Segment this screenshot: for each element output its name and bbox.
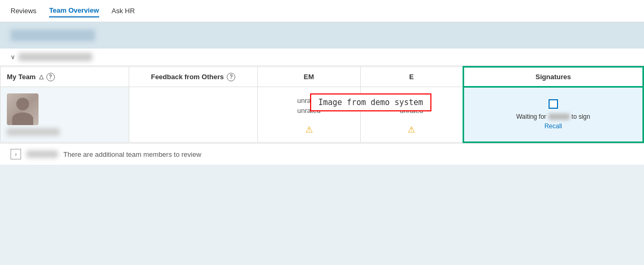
col-e-label: E xyxy=(409,73,414,81)
col-signatures-label: Signatures xyxy=(535,73,571,81)
col-header-my-team: My Team △ ? xyxy=(1,67,129,87)
col-header-em: EM xyxy=(257,67,360,87)
footer-additional-text: There are additional team members to rev… xyxy=(63,150,201,158)
sub-header: ∨ xyxy=(0,49,644,66)
signatures-cell: Waiting for to sign Recall xyxy=(463,87,643,143)
footer-name-blurred xyxy=(26,150,58,158)
em-value-1: unrated xyxy=(264,97,354,105)
sort-icon[interactable]: △ xyxy=(39,73,43,80)
feedback-cell xyxy=(129,87,257,143)
nav-ask-hr[interactable]: Ask HR xyxy=(112,5,135,17)
my-team-cell xyxy=(1,87,129,143)
e-value-1: unrated xyxy=(367,97,456,105)
page-header xyxy=(0,22,644,49)
col-em-label: EM xyxy=(304,73,314,81)
avatar xyxy=(7,93,39,125)
chevron-down-icon[interactable]: ∨ xyxy=(11,53,15,61)
em-value-2: unrated xyxy=(264,107,354,115)
recall-link[interactable]: Recall xyxy=(544,122,562,130)
table-row: unrated unrated ⚠ unrated unrated ⚠ xyxy=(1,87,643,143)
signatures-content: Waiting for to sign Recall xyxy=(470,94,636,135)
top-navigation: Reviews Team Overview Ask HR xyxy=(0,0,644,22)
avatar-image xyxy=(7,93,39,125)
em-cell: unrated unrated ⚠ xyxy=(257,87,360,143)
e-warning-icon: ⚠ xyxy=(408,125,415,134)
e-value-2: unrated xyxy=(367,107,456,115)
col-header-e: E xyxy=(360,67,463,87)
em-warning-icon: ⚠ xyxy=(305,125,313,134)
signer-name-blurred xyxy=(549,113,570,120)
nav-team-overview[interactable]: Team Overview xyxy=(49,4,99,17)
waiting-prefix: Waiting for xyxy=(516,113,546,120)
avatar-head xyxy=(16,98,29,110)
footer-row: › There are additional team members to r… xyxy=(0,143,644,165)
col-header-signatures: Signatures xyxy=(463,67,643,87)
person-name-blurred xyxy=(7,128,60,136)
expand-button[interactable]: › xyxy=(11,149,21,159)
review-table: My Team △ ? Feedback from Others ? EM E xyxy=(0,66,644,143)
to-sign-suffix: to sign xyxy=(572,113,590,120)
avatar-body xyxy=(12,112,33,125)
signature-checkbox[interactable] xyxy=(549,99,558,109)
nav-reviews[interactable]: Reviews xyxy=(11,5,36,17)
sub-header-text-blurred xyxy=(18,53,92,61)
header-title-blurred xyxy=(11,30,95,41)
col-header-feedback: Feedback from Others ? xyxy=(129,67,257,87)
col-feedback-label: Feedback from Others xyxy=(151,73,224,81)
waiting-for-text: Waiting for to sign xyxy=(516,113,590,120)
main-content: My Team △ ? Feedback from Others ? EM E xyxy=(0,66,644,143)
feedback-help-icon[interactable]: ? xyxy=(227,73,235,81)
my-team-help-icon[interactable]: ? xyxy=(46,73,55,81)
e-cell: unrated unrated ⚠ xyxy=(360,87,463,143)
col-my-team-label: My Team xyxy=(7,73,36,81)
